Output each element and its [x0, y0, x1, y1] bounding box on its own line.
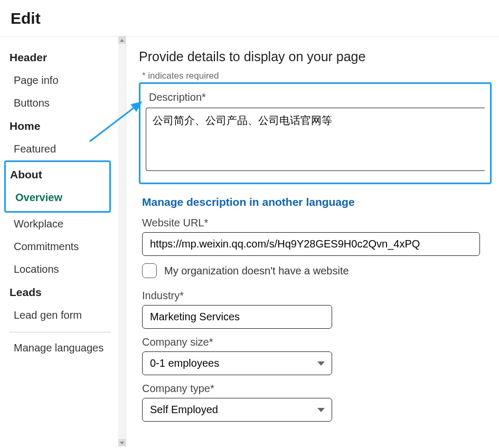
company-size-row: Company size*	[142, 336, 499, 375]
company-size-label: Company size*	[142, 336, 499, 348]
sidebar: Header Page info Buttons Home Featured A…	[0, 36, 126, 446]
sidebar-divider	[10, 332, 111, 332]
sidebar-section-leads[interactable]: Leads	[7, 281, 121, 304]
website-url-input[interactable]	[142, 232, 480, 256]
sidebar-item-manage-languages[interactable]: Manage languages	[7, 337, 121, 359]
industry-row: Industry*	[142, 290, 499, 329]
sidebar-section-header[interactable]: Header	[7, 46, 121, 69]
industry-label: Industry*	[142, 290, 499, 302]
website-label: Website URL*	[142, 217, 499, 229]
website-row: Website URL*	[142, 217, 499, 256]
main-panel: Provide details to display on your page …	[126, 36, 499, 446]
sidebar-item-buttons[interactable]: Buttons	[7, 92, 121, 115]
no-website-label: My organization doesn't have a website	[164, 265, 349, 277]
company-type-row: Company type*	[142, 383, 499, 422]
sidebar-item-locations[interactable]: Locations	[7, 258, 121, 281]
description-textarea[interactable]	[146, 108, 485, 171]
sidebar-section-about[interactable]: About	[6, 163, 109, 186]
layout: Header Page info Buttons Home Featured A…	[0, 36, 499, 446]
sidebar-item-featured[interactable]: Featured	[7, 138, 121, 160]
manage-description-language-link[interactable]: Manage description in another language	[142, 196, 499, 208]
sidebar-item-workplace[interactable]: Workplace	[7, 213, 121, 235]
industry-input[interactable]	[142, 305, 332, 329]
sidebar-item-page-info[interactable]: Page info	[7, 69, 121, 92]
description-label: Description*	[149, 91, 485, 103]
company-type-value[interactable]	[142, 398, 332, 422]
sidebar-scrollbar[interactable]	[118, 36, 126, 446]
scroll-down-icon[interactable]	[118, 439, 126, 446]
sidebar-item-lead-gen-form[interactable]: Lead gen form	[7, 304, 121, 327]
company-type-select[interactable]	[142, 398, 332, 422]
sidebar-item-commitments[interactable]: Commitments	[7, 235, 121, 258]
company-size-value[interactable]	[142, 351, 332, 375]
company-type-label: Company type*	[142, 383, 499, 395]
company-size-select[interactable]	[142, 351, 332, 375]
page-title: Edit	[11, 9, 488, 27]
sidebar-item-overview[interactable]: Overview	[6, 186, 109, 209]
no-website-checkbox[interactable]	[142, 263, 157, 278]
sidebar-about-highlight: About Overview	[4, 160, 111, 213]
no-website-row: My organization doesn't have a website	[142, 263, 499, 278]
scroll-up-icon[interactable]	[118, 36, 126, 44]
sidebar-section-home[interactable]: Home	[7, 115, 121, 138]
required-indicator-hint: * indicates required	[142, 71, 499, 81]
main-heading: Provide details to display on your page	[139, 49, 499, 64]
description-highlight-box: Description*	[139, 82, 492, 184]
topbar: Edit	[0, 0, 499, 36]
